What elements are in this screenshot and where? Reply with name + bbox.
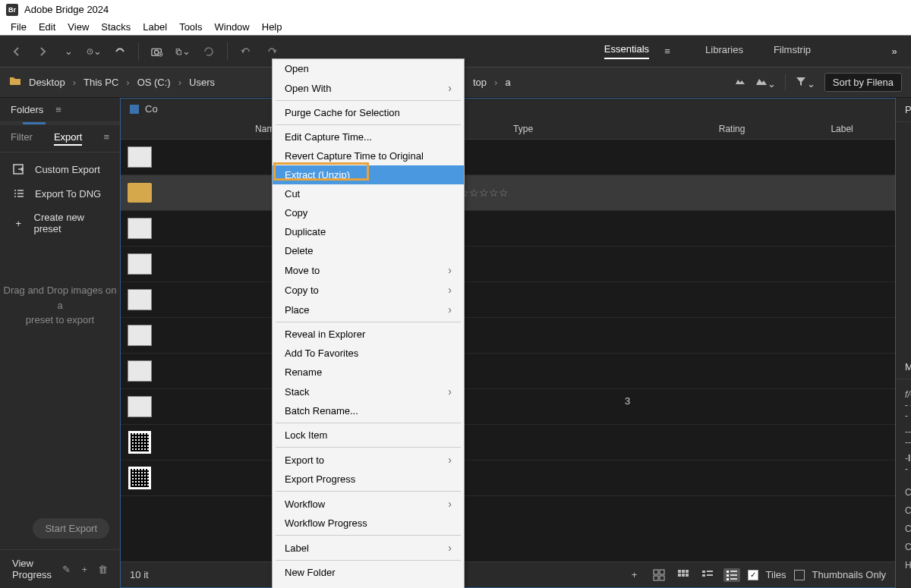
table-row[interactable]: PNG image (121, 425, 895, 461)
nav-forward-icon[interactable] (35, 44, 50, 59)
context-menu-item[interactable]: Stack (273, 382, 464, 401)
folders-panel-header[interactable]: Folders ≡ (0, 98, 120, 122)
export-dng-item[interactable]: Export To DNG (0, 181, 120, 206)
menu-view[interactable]: View (61, 21, 95, 33)
crumb-desktop[interactable]: Desktop (29, 77, 65, 88)
context-menu-item[interactable]: Copy to (273, 280, 464, 300)
export-tab[interactable]: Export (54, 131, 83, 146)
details-view-icon[interactable] (723, 568, 740, 582)
context-menu-item[interactable]: Sort (273, 582, 464, 588)
context-menu-item[interactable]: Export Progress (273, 470, 464, 489)
view-progress-label[interactable]: View Progress (12, 558, 53, 580)
context-menu-item[interactable]: Add To Favorites (273, 344, 464, 363)
context-menu-item[interactable]: Purge Cache for Selection (273, 103, 464, 122)
context-menu-item[interactable]: Rename (273, 363, 464, 382)
context-menu-item[interactable]: Extract (Unzip) (273, 165, 464, 184)
menu-window[interactable]: Window (209, 21, 256, 33)
grid-view-icon[interactable] (651, 568, 667, 582)
start-export-button[interactable]: Start Export (33, 518, 109, 539)
menu-stacks[interactable]: Stacks (95, 21, 137, 33)
create-preset-item[interactable]: + Create new preset (0, 206, 120, 241)
sort-button[interactable]: Sort by Filena (824, 73, 902, 92)
col-label[interactable]: Label (789, 124, 895, 134)
hamburger-icon[interactable]: ≡ (55, 104, 61, 115)
context-menu-item[interactable]: Export to (273, 450, 464, 470)
thumb-view-icon[interactable] (675, 568, 692, 582)
preview-panel-header[interactable]: Preview ≡ (896, 98, 911, 122)
folder-icon (9, 75, 21, 90)
table-row[interactable]: PNG image (121, 461, 895, 496)
crumb-a[interactable]: a (505, 77, 510, 88)
tab-libraries[interactable]: Libraries (705, 44, 743, 58)
add-icon[interactable]: + (626, 568, 643, 582)
thumbsize-small-icon[interactable] (734, 75, 746, 90)
context-menu-item[interactable]: Cut (273, 184, 464, 203)
overflow-icon[interactable]: » (887, 44, 902, 59)
crumb-thispc[interactable]: This PC (84, 77, 118, 88)
context-menu-item[interactable]: Label (273, 538, 464, 558)
menu-label[interactable]: Label (137, 21, 173, 33)
menu-help[interactable]: Help (256, 21, 288, 33)
context-menu-item[interactable]: Move to (273, 260, 464, 280)
menu-file[interactable]: File (5, 21, 33, 33)
crumb-os[interactable]: OS (C:) (137, 77, 171, 88)
tiles-checkbox[interactable]: ✓ (748, 570, 758, 580)
menubar: File Edit View Stacks Label Tools Window… (0, 19, 911, 36)
nav-back-icon[interactable] (9, 44, 24, 59)
table-row[interactable]: GIF image (121, 318, 895, 354)
filter-tab[interactable]: Filter (11, 131, 33, 146)
trash-icon[interactable]: 🗑 (98, 564, 108, 575)
context-menu-item[interactable]: Open With (273, 78, 464, 98)
table-row[interactable]: PNG image (121, 140, 895, 175)
tab-essentials[interactable]: Essentials (604, 43, 649, 59)
context-menu-item[interactable]: Workflow Progress (273, 514, 464, 533)
table-row[interactable]: ZIP archive⊘ ☆☆☆☆☆ (121, 175, 895, 211)
context-menu-item[interactable]: Workflow (273, 494, 464, 514)
dropdown-icon[interactable]: ⌄ (61, 44, 76, 59)
context-menu-item[interactable]: Lock Item (273, 426, 464, 445)
menu-edit[interactable]: Edit (33, 21, 61, 33)
hamburger-icon[interactable]: ≡ (660, 44, 675, 59)
pencil-icon[interactable]: ✎ (62, 564, 71, 575)
svg-rect-8 (660, 570, 664, 574)
table-row[interactable]: GIF image (121, 354, 895, 389)
export-icon (12, 163, 26, 175)
context-menu-item[interactable]: Open (273, 59, 464, 78)
context-menu-item[interactable]: Reveal in Explorer (273, 325, 464, 344)
crumb-top[interactable]: top (473, 77, 487, 88)
context-menu-item[interactable]: Edit Capture Time... (273, 127, 464, 146)
table-row[interactable]: GIF image (121, 247, 895, 282)
filter-icon[interactable]: ⌄ (795, 75, 815, 90)
thumbsize-large-icon[interactable]: ⌄ (755, 75, 776, 90)
refresh-icon[interactable] (201, 44, 216, 59)
table-row[interactable]: GIF image (121, 211, 895, 247)
context-menu-item[interactable]: Place (273, 300, 464, 319)
plus-icon[interactable]: + (81, 564, 87, 575)
thumbnails-checkbox[interactable] (794, 570, 805, 580)
row-thumbnail (121, 253, 159, 275)
custom-export-item[interactable]: Custom Export (0, 157, 120, 181)
export-dropzone[interactable]: Drag and Drop images on a preset to expo… (0, 245, 120, 508)
list-view-icon[interactable] (699, 568, 716, 582)
menu-tools[interactable]: Tools (173, 21, 208, 33)
table-row[interactable]: GIF image (121, 282, 895, 318)
camera-icon[interactable] (150, 44, 165, 59)
context-menu-item[interactable]: New Folder (273, 563, 464, 582)
context-menu-item[interactable]: Batch Rename... (273, 401, 464, 420)
tab-filmstrip[interactable]: Filmstrip (774, 44, 811, 58)
crumb-users[interactable]: Users (189, 77, 215, 88)
context-menu-item[interactable]: Delete (273, 241, 464, 260)
svg-rect-14 (678, 574, 681, 577)
metadata-panel-header[interactable]: Metadata ≡ (896, 355, 911, 379)
boomerang-icon[interactable] (112, 44, 128, 59)
col-rating[interactable]: Rating (675, 124, 789, 134)
recent-icon[interactable]: ⌄ (87, 44, 102, 59)
context-menu-item[interactable]: Duplicate (273, 222, 464, 241)
copy-icon[interactable]: ⌄ (175, 44, 191, 59)
redo-icon[interactable] (264, 44, 279, 59)
table-row[interactable]: 3PNG image (121, 389, 895, 425)
context-menu-item[interactable]: Copy (273, 203, 464, 222)
undo-icon[interactable] (238, 44, 254, 59)
context-menu-item[interactable]: Revert Capture Time to Original (273, 146, 464, 165)
hamburger-icon[interactable]: ≡ (103, 131, 109, 146)
